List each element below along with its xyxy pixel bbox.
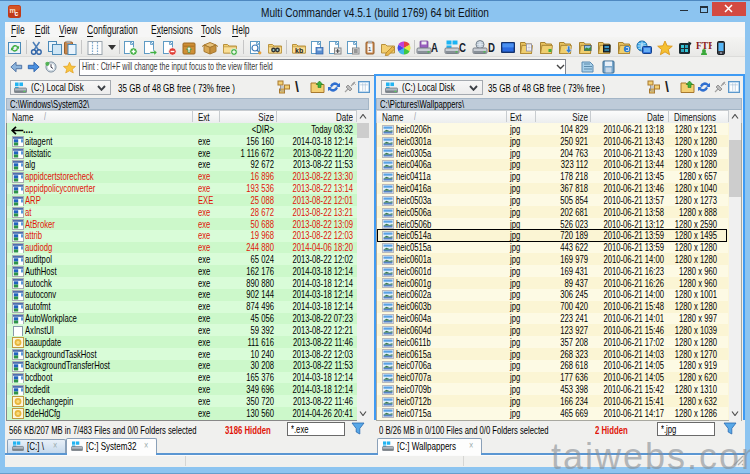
svg-text:c: c (15, 10, 19, 17)
svg-text:kb: kb (295, 47, 303, 54)
